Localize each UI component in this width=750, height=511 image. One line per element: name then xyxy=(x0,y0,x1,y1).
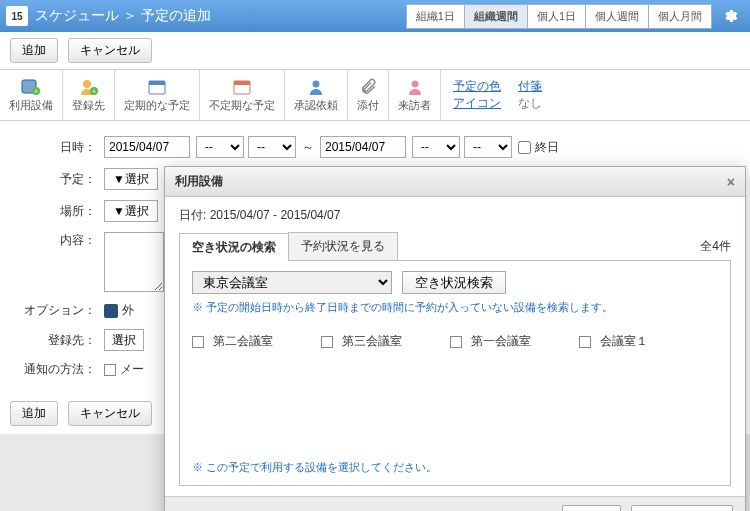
room-item[interactable]: 第二会議室 xyxy=(192,333,273,350)
plan-select[interactable]: ▼選択 xyxy=(104,168,158,190)
page-title: スケジュール ＞ 予定の追加 xyxy=(35,7,406,25)
link-icon[interactable]: アイコン xyxy=(453,96,501,110)
modal-cancel-button[interactable]: キャンセル xyxy=(631,505,733,511)
svg-point-11 xyxy=(411,81,418,88)
room-list: 第二会議室 第三会議室 第一会議室 会議室１ xyxy=(192,333,718,350)
tb-links: 予定の色 付箋 アイコン なし xyxy=(441,70,568,120)
tab-availability[interactable]: 空き状況の検索 xyxy=(179,233,289,261)
room-select[interactable]: 東京会議室 xyxy=(192,271,392,294)
facility-icon: + xyxy=(9,76,53,98)
search-button[interactable]: 空き状況検索 xyxy=(402,271,506,294)
svg-point-10 xyxy=(313,81,320,88)
datetime-label: 日時： xyxy=(14,139,104,156)
link-tag[interactable]: 付箋 xyxy=(518,79,542,93)
modal-tabs: 空き状況の検索 予約状況を見る 全4件 xyxy=(179,232,731,261)
allday-label: 終日 xyxy=(535,139,559,156)
facility-modal: 利用設備 × 日付: 2015/04/07 - 2015/04/07 空き状況の… xyxy=(164,166,746,511)
modal-header: 利用設備 × xyxy=(165,167,745,197)
date-start[interactable] xyxy=(104,136,190,158)
place-label: 場所： xyxy=(14,203,104,220)
content-text[interactable] xyxy=(104,232,164,292)
row-datetime: 日時： -- -- ～ -- -- 終日 xyxy=(14,131,736,163)
tb-visitor[interactable]: 来訪者 xyxy=(389,70,441,120)
action-bar: 追加 キャンセル xyxy=(0,32,750,70)
register-label: 登録先： xyxy=(14,332,104,349)
hour-end[interactable]: -- xyxy=(412,136,460,158)
tab-reservations[interactable]: 予約状況を見る xyxy=(288,232,398,260)
svg-text:+: + xyxy=(34,88,38,95)
notify-checkbox[interactable] xyxy=(104,364,116,376)
tb-attach[interactable]: 添付 xyxy=(348,70,389,120)
add-button[interactable]: 追加 xyxy=(10,38,58,63)
room-checkbox[interactable] xyxy=(192,336,204,348)
register-select[interactable]: 選択 xyxy=(104,329,144,351)
search-row: 東京会議室 空き状況検索 xyxy=(192,271,718,294)
tab-org-day[interactable]: 組織1日 xyxy=(406,4,465,29)
link-color[interactable]: 予定の色 xyxy=(453,79,501,93)
ok-button[interactable]: OK xyxy=(562,505,621,511)
date-end[interactable] xyxy=(320,136,406,158)
recurring-icon xyxy=(124,76,190,98)
room-checkbox[interactable] xyxy=(321,336,333,348)
svg-text:+: + xyxy=(91,88,95,95)
modal-footer: OK キャンセル xyxy=(165,496,745,511)
min-start[interactable]: -- xyxy=(248,136,296,158)
content-label: 内容： xyxy=(14,232,104,249)
allday-checkbox[interactable] xyxy=(518,141,531,154)
option-checkbox[interactable] xyxy=(104,304,118,318)
visitor-icon xyxy=(398,76,431,98)
place-select[interactable]: ▼選択 xyxy=(104,200,158,222)
register-icon: + xyxy=(72,76,105,98)
plan-label: 予定： xyxy=(14,171,104,188)
view-tabs: 組織1日 組織週間 個人1日 個人週間 個人月間 xyxy=(406,4,712,29)
close-icon[interactable]: × xyxy=(727,174,735,190)
result-count: 全4件 xyxy=(700,238,731,255)
tab-person-month[interactable]: 個人月間 xyxy=(649,4,712,29)
room-item[interactable]: 第一会議室 xyxy=(450,333,531,350)
tab-org-week[interactable]: 組織週間 xyxy=(465,4,528,29)
modal-body: 日付: 2015/04/07 - 2015/04/07 空き状況の検索 予約状況… xyxy=(165,197,745,496)
room-item[interactable]: 会議室１ xyxy=(579,333,648,350)
page-header: 15 スケジュール ＞ 予定の追加 組織1日 組織週間 個人1日 個人週間 個人… xyxy=(0,0,750,32)
approve-icon xyxy=(294,76,338,98)
calendar-icon: 15 xyxy=(6,6,28,26)
clip-icon xyxy=(357,76,379,98)
toolbar: + 利用設備 + 登録先 定期的な予定 不定期な予定 承認依頼 添付 来訪者 予… xyxy=(0,70,750,121)
min-end[interactable]: -- xyxy=(464,136,512,158)
modal-date: 日付: 2015/04/07 - 2015/04/07 xyxy=(179,207,731,224)
tb-irregular[interactable]: 不定期な予定 xyxy=(200,70,285,120)
svg-rect-7 xyxy=(149,81,165,85)
notify-label: 通知の方法： xyxy=(14,361,104,378)
modal-pane: 東京会議室 空き状況検索 ※ 予定の開始日時から終了日時までの時間に予約が入って… xyxy=(179,261,731,486)
select-note: ※ この予定で利用する設備を選択してください。 xyxy=(192,460,718,475)
cancel-button[interactable]: キャンセル xyxy=(68,38,152,63)
tilde: ～ xyxy=(302,139,314,156)
tb-approve[interactable]: 承認依頼 xyxy=(285,70,348,120)
room-checkbox[interactable] xyxy=(579,336,591,348)
icon-none: なし xyxy=(518,96,542,110)
svg-rect-9 xyxy=(234,81,250,85)
option-label: オプション： xyxy=(14,302,104,319)
option-text: 外 xyxy=(122,302,134,319)
tab-person-week[interactable]: 個人週間 xyxy=(586,4,649,29)
tb-register[interactable]: + 登録先 xyxy=(63,70,115,120)
hour-start[interactable]: -- xyxy=(196,136,244,158)
footer-add-button[interactable]: 追加 xyxy=(10,401,58,426)
gear-icon[interactable] xyxy=(718,4,742,28)
modal-title: 利用設備 xyxy=(175,173,223,190)
notify-text: メー xyxy=(120,361,144,378)
tb-recurring[interactable]: 定期的な予定 xyxy=(115,70,200,120)
svg-point-3 xyxy=(83,80,91,88)
tb-facility[interactable]: + 利用設備 xyxy=(0,70,63,120)
irregular-icon xyxy=(209,76,275,98)
room-item[interactable]: 第三会議室 xyxy=(321,333,402,350)
room-checkbox[interactable] xyxy=(450,336,462,348)
search-note: ※ 予定の開始日時から終了日時までの時間に予約が入っていない設備を検索します。 xyxy=(192,300,718,315)
tab-person-day[interactable]: 個人1日 xyxy=(528,4,586,29)
footer-cancel-button[interactable]: キャンセル xyxy=(68,401,152,426)
